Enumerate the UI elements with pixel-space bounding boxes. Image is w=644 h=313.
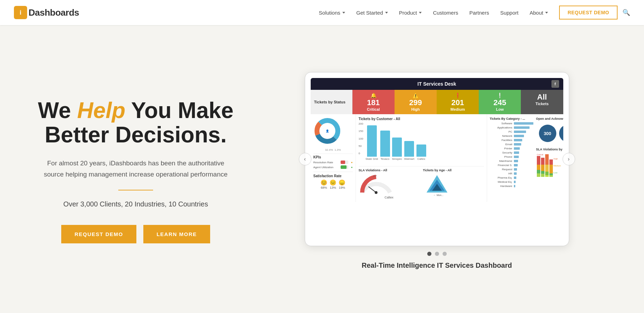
slider-next-button[interactable]: ›	[563, 153, 575, 165]
category-row: HR	[490, 172, 533, 175]
sat-happy: 😊 68%	[320, 179, 327, 189]
category-row: Financial S.	[490, 164, 533, 167]
open-metric: 300	[539, 125, 556, 142]
hero-request-demo-button[interactable]: REQUEST DEMO	[61, 225, 136, 243]
chevron-down-icon	[545, 12, 548, 14]
donut-chart: 33.3% 👤	[313, 117, 341, 145]
circle-metrics: 300 308	[536, 122, 563, 145]
svg-rect-17	[537, 156, 540, 165]
nav-link-product[interactable]: Product	[394, 7, 427, 18]
category-row: Medical Eq.	[490, 180, 533, 183]
hero-right-content: ‹ › IT Services Desk f Tickets by Status…	[257, 72, 616, 269]
svg-line-7	[368, 187, 376, 193]
y-axis: 200150100500	[359, 122, 363, 155]
svg-text:Critical: Critical	[537, 154, 543, 156]
svg-text:← Mon...: ← Mon...	[434, 194, 443, 196]
hero-learn-more-button[interactable]: LEARN MORE	[143, 225, 210, 243]
categories-title: Tickets By Category - ...	[490, 117, 533, 120]
chevron-down-icon	[342, 12, 345, 14]
right-top: Tickets By Category - ... SoftwareApplic…	[490, 117, 560, 189]
category-row: Security	[490, 151, 533, 154]
ticket-card-low: ❕245Low	[479, 90, 521, 114]
hero-title-part2: You Make	[125, 98, 233, 123]
satisfaction-section: Satisfaction Rate 😊 68% 😐 13%	[313, 172, 353, 189]
svg-rect-23	[541, 171, 544, 174]
ack-metric: 308	[559, 125, 563, 142]
dashboard-title: IT Services Desk	[323, 81, 551, 87]
svg-rect-27	[545, 172, 549, 175]
category-row: Request	[490, 168, 533, 171]
nav-link-solutions[interactable]: Solutions	[314, 7, 350, 18]
svg-rect-31	[549, 173, 553, 175]
hero-title-part1: We	[38, 98, 77, 123]
dashboard-frame: ‹ › IT Services Desk f Tickets by Status…	[305, 72, 569, 246]
svg-rect-26	[545, 165, 549, 172]
category-row: Facilities	[490, 139, 533, 142]
hero-section: We Help You Make Better Decisions. For a…	[0, 25, 644, 313]
satisfaction-items: 😊 68% 😐 13% 😞 19%	[313, 179, 353, 189]
nav-link-about[interactable]: About	[525, 7, 553, 18]
category-row: Email	[490, 143, 533, 146]
categories-block: Tickets By Category - ... SoftwareApplic…	[490, 117, 533, 189]
category-row: Phone	[490, 155, 533, 158]
svg-rect-25	[545, 154, 549, 165]
category-row: Applications	[490, 126, 533, 129]
hero-divider	[118, 190, 153, 190]
nav-request-demo-button[interactable]: REQUEST DEMO	[559, 6, 618, 19]
svg-text:4.7: 4.7	[373, 175, 377, 177]
svg-text:Low: Low	[554, 172, 558, 174]
bar-chart: 200150100500 State Grid Texaco	[366, 122, 484, 161]
category-row: Hardware	[490, 185, 533, 188]
ticket-cards: 🔔181Critical⚠️299High❗201Medium❕245LowAl…	[352, 90, 563, 114]
hero-title-highlight: Help	[77, 98, 126, 123]
chevron-down-icon	[419, 12, 422, 14]
dot-2[interactable]	[435, 252, 439, 256]
sat-neutral: 😐 13%	[329, 179, 336, 189]
hero-buttons: REQUEST DEMO LEARN MORE	[35, 225, 237, 243]
navbar: i Dashboards SolutionsGet StartedProduct…	[0, 0, 644, 25]
right-secondary: Open and Acknowledg... 300 308 SLA Viola…	[536, 117, 563, 189]
categories-list: SoftwareApplicationsPCNetworkFacilitiesE…	[490, 122, 533, 188]
ticket-card-high: ⚠️299High	[395, 90, 437, 114]
dot-1[interactable]	[427, 252, 431, 256]
svg-rect-21	[541, 158, 544, 165]
category-row: Printer	[490, 147, 533, 150]
nav-link-customers[interactable]: Customers	[428, 7, 463, 18]
charts-area: 33.3% 👤 32.4% 1.3% KPIs Resolution Rate	[311, 114, 563, 202]
logo-icon: i	[14, 6, 27, 19]
sat-sad: 😞 19%	[339, 179, 345, 189]
tickets-by-age-block: Tickets by Age - All ← Mon...	[423, 169, 484, 199]
nav-link-get-started[interactable]: Get Started	[351, 7, 393, 18]
svg-rect-20	[537, 173, 540, 177]
ticket-card-medium: ❗201Medium	[437, 90, 479, 114]
svg-text:Medium: Medium	[554, 165, 561, 167]
svg-rect-22	[541, 165, 544, 171]
tickets-status-row: Tickets by Status 🔔181Critical⚠️299High❗…	[311, 90, 563, 114]
sla-month-chart: Critical High Medium Low	[536, 152, 563, 180]
dashboard-caption: Real-Time Intelligence IT Services Dashb…	[361, 261, 512, 269]
sla-by-month-block: SLA Violations by Month	[536, 148, 563, 182]
tickets-by-status-label: Tickets by Status	[311, 90, 352, 114]
slider-prev-button[interactable]: ‹	[299, 153, 311, 165]
nav-link-support[interactable]: Support	[495, 7, 524, 18]
triangle-chart: ← Mon...	[423, 173, 451, 198]
svg-text:High: High	[554, 158, 558, 160]
dot-3[interactable]	[443, 252, 447, 256]
tickets-by-age-title: Tickets by Age - All	[423, 169, 484, 172]
sla-violations-title: SLA Violations - All	[359, 169, 420, 172]
open-ack-title: Open and Acknowledg...	[536, 117, 563, 120]
kpi-agent-utilization: Agent Utilization ●	[313, 165, 353, 169]
kpis-section: KPIs Resolution Rate ● Agent Utilization	[313, 154, 353, 172]
svg-rect-24	[541, 174, 544, 177]
svg-rect-18	[537, 165, 540, 170]
carousel-dots	[427, 252, 447, 256]
hero-title: We Help You Make Better Decisions.	[35, 98, 237, 147]
dashboard-inner: IT Services Desk f Tickets by Status 🔔18…	[311, 78, 563, 202]
nav-link-partners[interactable]: Partners	[464, 7, 494, 18]
logo[interactable]: i Dashboards	[14, 6, 79, 19]
right-panel: Tickets By Category - ... SoftwareApplic…	[487, 114, 563, 202]
mini-charts-row: SLA Violations - All 0 4.7	[359, 166, 484, 199]
search-icon[interactable]: 🔍	[622, 9, 630, 16]
ticket-card-critical: 🔔181Critical	[352, 90, 395, 114]
chevron-down-icon	[385, 12, 388, 14]
